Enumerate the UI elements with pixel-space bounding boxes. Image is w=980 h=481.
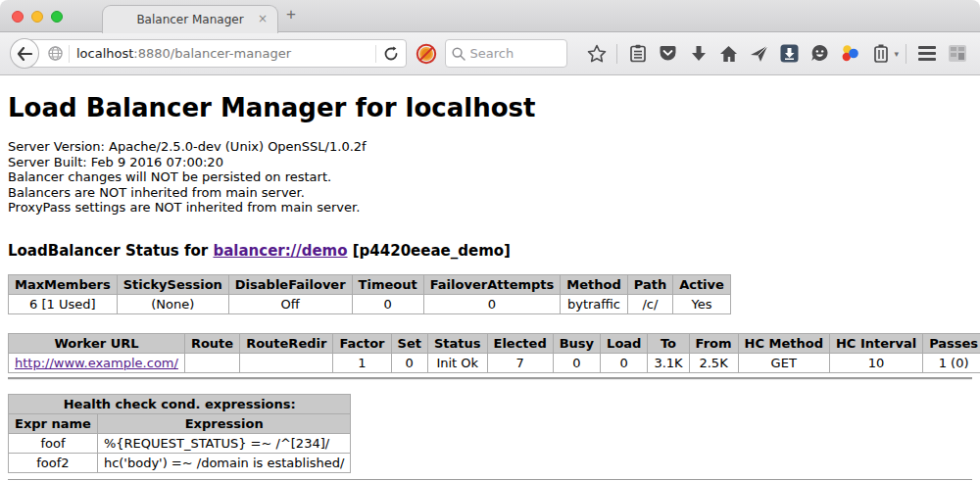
url-bar[interactable]: localhost:8880/balancer-manager: [24, 39, 407, 68]
home-icon: [719, 45, 738, 63]
toolbar-separator: [906, 44, 906, 64]
worker-status-table: Worker URL Route RouteRedir Factor Set S…: [8, 333, 980, 373]
health-table-title: Health check cond. expressions:: [9, 394, 351, 413]
navigation-toolbar: localhost:8880/balancer-manager: [0, 32, 980, 75]
reload-button[interactable]: [376, 39, 406, 69]
elected-cell: 7: [487, 353, 553, 372]
maxmembers-cell: 6 [1 Used]: [9, 294, 118, 313]
column-header: Status: [427, 333, 487, 353]
page-title: Load Balancer Manager for localhost: [8, 75, 972, 122]
set-cell: 0: [391, 353, 427, 372]
home-button[interactable]: [715, 39, 742, 69]
search-box[interactable]: [445, 39, 568, 68]
traffic-lights: [12, 11, 63, 23]
balancer-settings-table: MaxMembers StickySession DisableFailover…: [8, 274, 731, 314]
feedback-button[interactable]: [807, 39, 833, 69]
active-cell: Yes: [673, 294, 731, 313]
status-cell: Init Ok: [427, 353, 487, 372]
expression-cell: hc('body') =~ /domain is established/: [97, 453, 351, 472]
balancers-notice-line: Balancers are NOT inherited from main se…: [8, 185, 972, 201]
downloads-arrow-icon: [690, 45, 708, 63]
new-tab-button[interactable]: +: [286, 6, 296, 23]
search-input[interactable]: [470, 46, 559, 61]
bookmark-star-icon: [587, 44, 607, 63]
column-header: DisableFailover: [228, 274, 352, 294]
bookmark-star-button[interactable]: [583, 39, 610, 69]
column-header: Busy: [553, 333, 600, 353]
url-domain: localhost: [76, 46, 133, 61]
toolbar-separator: [616, 44, 617, 64]
battery-addon-button[interactable]: [867, 39, 894, 69]
table-row: http://www.example.com/ 1 0 Init Ok 7 0 …: [9, 353, 980, 372]
browser-tab[interactable]: Balancer Manager ×: [102, 5, 278, 33]
column-header: Expr name: [9, 413, 98, 433]
toolbar-icons: ▾: [583, 39, 970, 69]
server-built-line: Server Built: Feb 9 2016 07:00:20: [8, 155, 972, 170]
flash-block-button[interactable]: [415, 39, 439, 69]
page-content: Load Balancer Manager for localhost Serv…: [0, 75, 980, 480]
status-heading-prefix: LoadBalancer Status for: [8, 242, 213, 260]
table-title-row: Health check cond. expressions:: [9, 394, 351, 413]
battery-addon-icon: [873, 44, 889, 63]
expr-name-cell: foof2: [9, 453, 98, 472]
downloads-button[interactable]: [685, 39, 711, 69]
routeredir-cell: [240, 353, 333, 372]
url-path: :8880/balancer-manager: [133, 46, 291, 61]
download-box-button[interactable]: [776, 39, 803, 69]
table-header-row: MaxMembers StickySession DisableFailover…: [9, 274, 731, 294]
worker-url-link[interactable]: http://www.example.com/: [15, 356, 178, 370]
menu-button[interactable]: [913, 39, 940, 69]
expression-cell: %{REQUEST_STATUS} =~ /^[234]/: [97, 433, 351, 453]
url-divider: [69, 45, 70, 63]
column-header: Load: [601, 333, 648, 353]
browser-window: Balancer Manager × + localhost:8880/bala…: [0, 0, 980, 481]
column-header: HC Interval: [829, 333, 922, 353]
table-row: 6 [1 Used] (None) Off 0 0 bytraffic /c/ …: [9, 294, 731, 313]
column-header: FailoverAttempts: [423, 274, 561, 294]
colored-dots-addon-button[interactable]: [837, 39, 863, 69]
from-cell: 2.5K: [689, 353, 738, 372]
column-header: Route: [184, 333, 239, 353]
pocket-button[interactable]: [655, 39, 681, 69]
hc-interval-cell: 10: [829, 353, 922, 372]
column-header: RouteRedir: [240, 333, 333, 353]
failoverattempts-cell: 0: [423, 294, 561, 313]
tab-groups-button[interactable]: [944, 39, 970, 69]
persist-notice-line: Balancer changes will NOT be persisted o…: [8, 169, 972, 185]
column-header: To: [648, 333, 689, 353]
minimize-window-button[interactable]: [31, 11, 43, 23]
balancer-demo-link[interactable]: balancer://demo: [213, 242, 347, 260]
busy-cell: 0: [553, 353, 600, 372]
balancer-status-heading: LoadBalancer Status for balancer://demo …: [8, 242, 972, 260]
url-text[interactable]: localhost:8880/balancer-manager: [76, 46, 371, 61]
expr-name-cell: foof: [9, 433, 98, 453]
column-header: Expression: [97, 413, 351, 433]
download-box-icon: [780, 44, 799, 63]
column-header: Timeout: [352, 274, 423, 294]
server-version-line: Server Version: Apache/2.5.0-dev (Unix) …: [8, 139, 972, 155]
menu-hamburger-icon: [918, 46, 936, 61]
reload-icon: [383, 46, 399, 62]
disablefailover-cell: Off: [228, 294, 352, 313]
tab-close-icon[interactable]: ×: [258, 13, 268, 24]
passes-cell: 1 (0): [923, 353, 980, 372]
column-header: From: [689, 333, 738, 353]
globe-icon: [48, 46, 63, 61]
column-header: Path: [627, 274, 672, 294]
table-header-row: Worker URL Route RouteRedir Factor Set S…: [9, 333, 980, 353]
send-plane-icon: [750, 45, 768, 63]
zoom-window-button[interactable]: [51, 11, 63, 23]
column-header: Factor: [333, 333, 391, 353]
tab-bar: Balancer Manager × +: [0, 0, 980, 32]
back-button[interactable]: [10, 38, 39, 69]
tab-title: Balancer Manager: [136, 13, 243, 26]
status-heading-suffix: [p4420eeae_demo]: [348, 242, 511, 260]
send-button[interactable]: [746, 39, 772, 69]
method-cell: bytraffic: [561, 294, 627, 313]
page-bottom-divider: [8, 479, 972, 481]
overflow-caret-icon[interactable]: ▾: [894, 49, 899, 59]
column-header: HC Method: [738, 333, 829, 353]
table-row: foof2 hc('body') =~ /domain is establish…: [9, 453, 351, 472]
close-window-button[interactable]: [12, 11, 24, 23]
bookmarks-menu-button[interactable]: [624, 39, 651, 69]
